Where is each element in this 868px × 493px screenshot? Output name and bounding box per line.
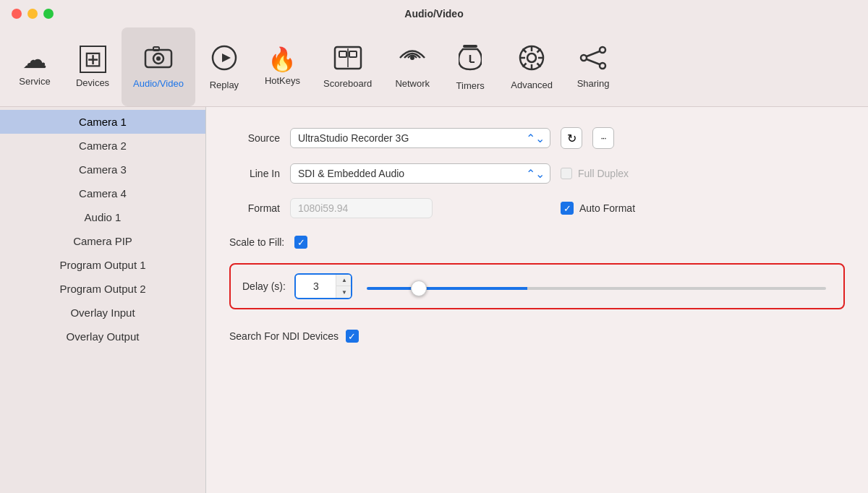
- delay-stepper: ▲ ▼: [336, 275, 352, 298]
- content-panel: Source UltraStudio Recorder 3G ⌃⌄ ↻ ··· …: [206, 107, 868, 493]
- refresh-button[interactable]: ↻: [561, 127, 582, 149]
- timers-icon: [459, 43, 482, 76]
- svg-rect-3: [153, 47, 159, 51]
- toolbar-label-hotkeys: HotKeys: [265, 75, 300, 86]
- ndi-row: Search For NDI Devices ✓: [229, 330, 845, 343]
- toolbar-item-sharing[interactable]: Sharing: [564, 27, 622, 106]
- toolbar-item-scoreboard[interactable]: Scoreboard: [312, 27, 383, 106]
- window-controls: [12, 9, 54, 19]
- ndi-checkbox[interactable]: ✓: [346, 330, 359, 343]
- toolbar-label-advanced: Advanced: [511, 80, 553, 90]
- advanced-icon: [518, 44, 545, 75]
- auto-format-container: ✓ Auto Format: [561, 202, 635, 215]
- svg-point-25: [600, 63, 605, 69]
- svg-point-2: [156, 56, 161, 61]
- window-title: Audio/Video: [404, 8, 463, 20]
- toolbar-item-service[interactable]: ☁ Service: [6, 27, 64, 106]
- full-duplex-container: Full Duplex: [561, 168, 629, 179]
- scale-to-fill-label: Scale to Fill:: [229, 236, 284, 248]
- sidebar-item-audio1[interactable]: Audio 1: [0, 205, 205, 229]
- sidebar-item-camera3[interactable]: Camera 3: [0, 158, 205, 181]
- full-duplex-label: Full Duplex: [578, 168, 629, 179]
- ellipsis-button[interactable]: ···: [592, 127, 614, 149]
- sidebar-item-program-output-2[interactable]: Program Output 2: [0, 277, 205, 301]
- format-input[interactable]: [290, 198, 433, 218]
- svg-point-15: [527, 53, 536, 62]
- delay-slider[interactable]: [367, 287, 826, 290]
- toolbar-item-timers[interactable]: Timers: [441, 27, 499, 106]
- toolbar-item-hotkeys[interactable]: 🔥 HotKeys: [253, 27, 312, 106]
- toolbar-label-devices: Devices: [76, 77, 109, 88]
- toolbar-label-network: Network: [395, 78, 430, 89]
- sidebar-item-overlay-output[interactable]: Overlay Output: [0, 325, 205, 348]
- sidebar-item-camera2[interactable]: Camera 2: [0, 134, 205, 158]
- line-in-label: Line In: [229, 168, 280, 179]
- refresh-icon: ↻: [567, 132, 576, 145]
- svg-line-23: [523, 63, 527, 67]
- sidebar-item-overlay-input[interactable]: Overlay Input: [0, 301, 205, 325]
- toolbar-label-timers: Timers: [456, 80, 485, 91]
- svg-line-21: [537, 63, 541, 67]
- svg-rect-8: [349, 51, 357, 57]
- svg-marker-5: [222, 53, 231, 62]
- toolbar-label-scoreboard: Scoreboard: [323, 78, 372, 89]
- format-input-wrapper: [290, 198, 550, 218]
- replay-icon: [210, 44, 238, 75]
- sharing-icon: [579, 46, 607, 74]
- network-icon: [399, 46, 426, 74]
- delay-section: Delay (s): ▲ ▼: [229, 263, 845, 309]
- svg-point-26: [581, 55, 587, 61]
- line-in-select[interactable]: SDI & Embedded Audio: [290, 163, 550, 184]
- minimize-button[interactable]: [27, 9, 38, 19]
- svg-line-27: [587, 51, 600, 56]
- scale-to-fill-row: Scale to Fill: ✓: [229, 236, 845, 249]
- auto-format-checkbox[interactable]: ✓: [561, 202, 574, 215]
- ndi-checkmark-icon: ✓: [348, 331, 356, 342]
- full-duplex-checkbox[interactable]: [561, 168, 572, 179]
- toolbar-label-audio-video: Audio/Video: [133, 78, 184, 89]
- toolbar-label-service: Service: [19, 76, 50, 87]
- delay-slider-wrapper: [361, 280, 832, 293]
- close-button[interactable]: [12, 9, 22, 19]
- source-select-wrapper: UltraStudio Recorder 3G ⌃⌄: [290, 128, 550, 148]
- line-in-row: Line In SDI & Embedded Audio ⌃⌄ Full Dup…: [229, 163, 845, 184]
- delay-input-wrapper: ▲ ▼: [294, 273, 352, 299]
- sidebar: Camera 1 Camera 2 Camera 3 Camera 4 Audi…: [0, 107, 206, 493]
- delay-label: Delay (s):: [242, 280, 286, 292]
- format-row: Format ✓ Auto Format: [229, 198, 845, 218]
- toolbar-item-network[interactable]: Network: [383, 27, 441, 106]
- toolbar-item-advanced[interactable]: Advanced: [499, 27, 564, 106]
- svg-line-22: [537, 48, 541, 52]
- source-row: Source UltraStudio Recorder 3G ⌃⌄ ↻ ···: [229, 127, 845, 149]
- checkmark-icon: ✓: [563, 203, 571, 214]
- camera-icon: [144, 46, 173, 74]
- format-label: Format: [229, 202, 280, 214]
- devices-icon: ⊞: [80, 46, 106, 73]
- toolbar-item-audio-video[interactable]: Audio/Video: [122, 27, 195, 106]
- delay-increment-button[interactable]: ▲: [336, 275, 352, 286]
- maximize-button[interactable]: [43, 9, 54, 19]
- toolbar: ☁ Service ⊞ Devices Audio/Video Replay: [0, 27, 868, 107]
- toolbar-item-replay[interactable]: Replay: [195, 27, 253, 106]
- svg-point-24: [600, 47, 605, 53]
- svg-line-28: [587, 59, 600, 64]
- source-select[interactable]: UltraStudio Recorder 3G: [290, 128, 550, 148]
- svg-line-20: [523, 48, 527, 52]
- delay-decrement-button[interactable]: ▼: [336, 286, 352, 298]
- scoreboard-icon: [333, 46, 362, 74]
- sidebar-item-camera4[interactable]: Camera 4: [0, 181, 205, 205]
- toolbar-label-sharing: Sharing: [577, 78, 610, 89]
- auto-format-label: Auto Format: [579, 202, 635, 214]
- scale-to-fill-checkbox[interactable]: ✓: [294, 236, 307, 249]
- line-in-select-wrapper: SDI & Embedded Audio ⌃⌄: [290, 163, 550, 184]
- source-label: Source: [229, 132, 280, 144]
- svg-rect-7: [339, 51, 346, 57]
- delay-input[interactable]: [296, 276, 336, 296]
- sidebar-item-camera-pip[interactable]: Camera PIP: [0, 229, 205, 253]
- cloud-icon: ☁: [22, 47, 47, 72]
- sidebar-item-program-output-1[interactable]: Program Output 1: [0, 253, 205, 277]
- toolbar-item-devices[interactable]: ⊞ Devices: [64, 27, 122, 106]
- toolbar-label-replay: Replay: [210, 80, 239, 90]
- main-content: Camera 1 Camera 2 Camera 3 Camera 4 Audi…: [0, 107, 868, 493]
- sidebar-item-camera1[interactable]: Camera 1: [0, 110, 205, 134]
